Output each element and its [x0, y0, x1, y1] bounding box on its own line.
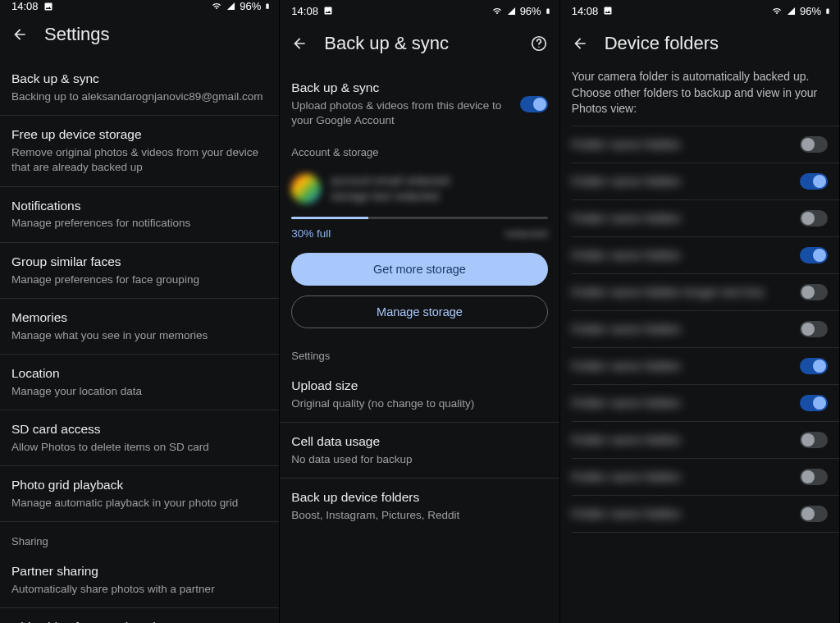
folder-name: Folder name hidden longer text line — [572, 285, 800, 299]
folder-row[interactable]: Folder name hidden — [572, 200, 839, 237]
page-header: Settings — [0, 12, 279, 60]
folder-toggle[interactable] — [800, 210, 828, 227]
setting-group-faces[interactable]: Group similar faces Manage preferences f… — [0, 243, 279, 299]
setting-partner-sharing[interactable]: Partner sharing Automatically share phot… — [0, 552, 279, 608]
folders-description: Your camera folder is automatically back… — [560, 69, 839, 126]
setting-memories[interactable]: Memories Manage what you see in your mem… — [0, 299, 279, 355]
folder-row[interactable]: Folder name hidden — [572, 385, 839, 422]
help-icon[interactable] — [530, 34, 548, 53]
folder-name: Folder name hidden — [572, 396, 800, 410]
status-bar: 14:08 96% — [280, 0, 559, 21]
back-icon[interactable] — [11, 26, 28, 43]
storage-progress: 30% full redacted — [280, 217, 559, 240]
folder-toggle[interactable] — [800, 136, 828, 153]
status-bar: 14:08 96% — [0, 0, 279, 12]
setting-notifications[interactable]: Notifications Manage preferences for not… — [0, 187, 279, 243]
folders-list: Folder name hiddenFolder name hiddenFold… — [560, 126, 839, 623]
settings-panel: 14:08 96% Settings Back up & sync Backin… — [0, 0, 280, 623]
page-title: Device folders — [605, 33, 828, 54]
folder-toggle[interactable] — [800, 173, 828, 190]
setting-location[interactable]: Location Manage your location data — [0, 355, 279, 410]
storage-used: redacted — [504, 227, 548, 240]
status-time: 14:08 — [572, 5, 599, 17]
section-account-storage: Account & storage — [280, 143, 559, 163]
signal-icon — [506, 7, 517, 16]
status-battery-text: 96% — [520, 5, 541, 17]
folder-toggle[interactable] — [800, 358, 828, 374]
battery-icon — [545, 6, 551, 16]
signal-icon — [786, 7, 797, 16]
folder-toggle[interactable] — [800, 284, 828, 300]
folder-name: Folder name hidden — [572, 470, 800, 483]
section-sharing: Sharing — [0, 522, 279, 552]
status-battery-text: 96% — [240, 0, 261, 12]
setting-sd-card[interactable]: SD card access Allow Photos to delete it… — [0, 410, 279, 466]
setting-backup-sync[interactable]: Back up & sync Backing up to aleksandaro… — [0, 60, 279, 116]
back-icon[interactable] — [291, 35, 308, 52]
folder-row[interactable]: Folder name hidden — [572, 459, 839, 496]
setting-cell-data[interactable]: Cell data usage No data used for backup — [280, 423, 559, 479]
folder-row[interactable]: Folder name hidden — [572, 422, 839, 459]
folder-toggle[interactable] — [800, 469, 828, 485]
status-time: 14:08 — [11, 0, 39, 12]
folder-row[interactable]: Folder name hidden — [572, 237, 839, 274]
folder-row[interactable]: Folder name hidden — [572, 496, 839, 533]
setting-photo-grid-playback[interactable]: Photo grid playback Manage automatic pla… — [0, 466, 279, 522]
setting-upload-size[interactable]: Upload size Original quality (no change … — [280, 367, 559, 423]
setting-free-storage[interactable]: Free up device storage Remove original p… — [0, 116, 279, 186]
folder-name: Folder name hidden — [572, 506, 800, 520]
wifi-icon — [491, 7, 503, 16]
folder-row[interactable]: Folder name hidden longer text line — [572, 274, 839, 311]
folder-name: Folder name hidden — [572, 174, 800, 188]
status-bar: 14:08 96% — [560, 0, 839, 21]
folder-name: Folder name hidden — [572, 359, 800, 373]
wifi-icon — [771, 7, 783, 16]
page-header: Back up & sync — [280, 21, 559, 69]
signal-icon — [226, 2, 236, 11]
get-more-storage-button[interactable]: Get more storage — [291, 253, 547, 286]
svg-point-1 — [538, 46, 539, 47]
battery-icon — [264, 1, 271, 11]
avatar — [291, 174, 321, 204]
folder-name: Folder name hidden — [572, 248, 800, 262]
folder-row[interactable]: Folder name hidden — [572, 348, 839, 385]
device-folders-panel: 14:08 96% Device folders Your camera fol… — [560, 0, 840, 623]
folder-row[interactable]: Folder name hidden — [572, 163, 839, 200]
backup-sync-toggle[interactable] — [520, 96, 548, 112]
folder-row[interactable]: Folder name hidden — [572, 311, 839, 348]
storage-percent: 30% full — [291, 227, 331, 240]
folder-toggle[interactable] — [800, 395, 828, 411]
account-text: account email redacted storage text reda… — [331, 173, 547, 203]
setting-hide-video[interactable]: Hide video from motion photos Other peop… — [0, 608, 279, 623]
account-row[interactable]: account email redacted storage text reda… — [280, 163, 559, 216]
section-settings: Settings — [280, 337, 559, 367]
folder-row[interactable]: Folder name hidden — [572, 126, 839, 163]
folder-toggle[interactable] — [800, 506, 828, 522]
backup-sync-master[interactable]: Back up & sync Upload photos & videos fr… — [280, 69, 559, 143]
setting-device-folders[interactable]: Back up device folders Boost, Instagram,… — [280, 479, 559, 534]
back-icon[interactable] — [572, 35, 588, 52]
image-icon — [603, 6, 613, 16]
folder-name: Folder name hidden — [572, 433, 800, 447]
image-icon — [323, 6, 333, 16]
folder-name: Folder name hidden — [572, 137, 800, 151]
battery-icon — [824, 6, 831, 16]
page-title: Settings — [44, 24, 267, 45]
backup-sync-panel: 14:08 96% Back up & sync Back up & sync … — [280, 0, 559, 623]
folder-name: Folder name hidden — [572, 322, 800, 336]
folder-toggle[interactable] — [800, 432, 828, 448]
manage-storage-button[interactable]: Manage storage — [291, 295, 547, 328]
status-battery-text: 96% — [800, 5, 821, 17]
folder-toggle[interactable] — [800, 321, 828, 337]
folder-name: Folder name hidden — [572, 211, 800, 225]
status-time: 14:08 — [291, 5, 318, 17]
wifi-icon — [211, 2, 222, 11]
page-header: Device folders — [560, 21, 839, 69]
image-icon — [43, 2, 53, 11]
page-title: Back up & sync — [324, 33, 513, 54]
folder-toggle[interactable] — [800, 247, 828, 263]
